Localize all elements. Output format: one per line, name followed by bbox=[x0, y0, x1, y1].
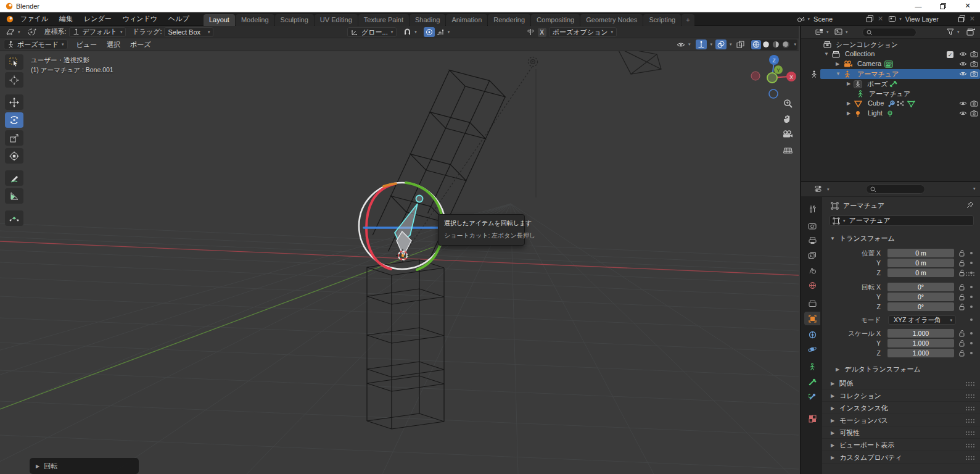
rotation-y-field[interactable]: 0° bbox=[887, 293, 954, 301]
pin-icon[interactable] bbox=[966, 201, 974, 209]
panel-motion-paths[interactable]: ▶ モーションパス bbox=[822, 415, 980, 426]
tab-texture[interactable] bbox=[804, 412, 820, 425]
menu-window[interactable]: ウィンドウ bbox=[117, 12, 163, 25]
mode-dropdown[interactable]: ポーズモード ▾ bbox=[4, 40, 68, 49]
lock-icon[interactable] bbox=[959, 269, 965, 276]
row-label[interactable]: Collection bbox=[845, 50, 875, 57]
render-visibility-icon[interactable] bbox=[970, 100, 978, 107]
scale-y-field[interactable]: 1.000 bbox=[887, 339, 954, 347]
animate-dot[interactable] bbox=[970, 286, 973, 288]
panel-custom-properties[interactable]: ▶ カスタムプロパティ bbox=[822, 452, 980, 464]
expand-triangle-icon[interactable]: ▶ bbox=[847, 110, 850, 116]
row-label[interactable]: シーンコレクション bbox=[836, 40, 898, 49]
location-z-field[interactable]: 0 m bbox=[887, 268, 954, 277]
menu-help[interactable]: ヘルプ bbox=[163, 12, 195, 25]
mirror-x-toggle[interactable]: X bbox=[538, 28, 546, 37]
menu-pose[interactable]: ポーズ bbox=[125, 38, 156, 51]
location-x-field[interactable]: 0 m bbox=[887, 249, 954, 257]
tab-render[interactable] bbox=[804, 219, 820, 233]
panel-grip[interactable] bbox=[965, 406, 975, 411]
shading-material-button[interactable] bbox=[771, 40, 781, 49]
hide-icon[interactable] bbox=[959, 51, 967, 57]
animate-dot[interactable] bbox=[970, 252, 973, 254]
outliner-row-armature[interactable]: ▼ アーマチュア bbox=[801, 69, 980, 79]
lock-icon[interactable] bbox=[959, 259, 965, 267]
operator-panel[interactable]: ▶ 回転 bbox=[30, 458, 139, 474]
ortho-toggle-button[interactable] bbox=[781, 143, 794, 156]
expand-triangle-icon[interactable]: ▶ bbox=[847, 101, 850, 106]
outliner-row-pose[interactable]: ▶ ポーズ bbox=[801, 79, 980, 89]
tool-rotate[interactable] bbox=[5, 112, 23, 128]
axis-neg-x-ball[interactable] bbox=[751, 72, 760, 80]
tab-geometry-nodes[interactable]: Geometry Nodes bbox=[580, 14, 643, 26]
new-collection-button[interactable] bbox=[966, 28, 975, 36]
3d-viewport[interactable]: ポーズモード ▾ ビュー 選択 ポーズ ▾ ▾ ▾ bbox=[0, 38, 799, 474]
tab-scene[interactable] bbox=[804, 264, 820, 277]
properties-editor-type[interactable]: ▾ bbox=[815, 185, 830, 193]
light-object[interactable] bbox=[529, 57, 538, 67]
axis-neg-z-ball[interactable] bbox=[769, 89, 778, 98]
rotation-x-field[interactable]: 0° bbox=[887, 283, 954, 291]
tab-uv-editing[interactable]: UV Editing bbox=[315, 14, 358, 26]
collapse-triangle-icon[interactable]: ▼ bbox=[824, 51, 829, 57]
row-label[interactable]: Camera bbox=[857, 60, 881, 67]
lock-icon[interactable] bbox=[959, 303, 965, 310]
scale-x-field[interactable]: 1.000 bbox=[887, 329, 954, 338]
expand-triangle-icon[interactable]: ▶ bbox=[836, 61, 839, 67]
tool-scale[interactable] bbox=[5, 130, 23, 146]
chevron-down-icon[interactable]: ▾ bbox=[973, 186, 976, 191]
row-label[interactable]: アーマチュア bbox=[869, 89, 910, 99]
camera-view-button[interactable] bbox=[781, 127, 794, 141]
tab-object[interactable] bbox=[804, 312, 820, 325]
overlays-toggle[interactable] bbox=[715, 40, 727, 49]
zoom-button[interactable] bbox=[781, 96, 794, 110]
close-button[interactable]: ✕ bbox=[955, 0, 980, 12]
panel-relations[interactable]: ▶ 関係 bbox=[822, 378, 980, 389]
viewport-scene[interactable] bbox=[0, 38, 799, 474]
cube-tower-wireframe[interactable] bbox=[367, 260, 444, 429]
panel-grip[interactable] bbox=[965, 455, 975, 460]
show-hide-dropdown[interactable]: ▾ bbox=[675, 40, 693, 49]
panel-visibility[interactable]: ▶ 可視性 bbox=[822, 427, 980, 439]
tab-view-layer[interactable] bbox=[804, 249, 820, 262]
editor-type-menu[interactable]: ▾ bbox=[4, 27, 22, 37]
tab-constraints[interactable] bbox=[804, 328, 820, 341]
rotation-z-field[interactable]: 0° bbox=[887, 302, 954, 311]
animate-dot[interactable] bbox=[970, 318, 973, 321]
panel-grip[interactable] bbox=[965, 431, 975, 436]
snap-toggle[interactable]: ▾ bbox=[401, 27, 419, 37]
tool-annotate[interactable] bbox=[5, 170, 23, 186]
location-y-field[interactable]: 0 m bbox=[887, 259, 954, 267]
tool-pose-breakdowner[interactable] bbox=[5, 210, 23, 226]
pan-button[interactable] bbox=[781, 112, 794, 125]
animate-dot[interactable] bbox=[970, 332, 973, 335]
panel-delta-transform[interactable]: ▶ デルタトランスフォーム bbox=[822, 364, 980, 375]
tool-transform[interactable] bbox=[5, 148, 23, 164]
view-layer-name[interactable]: View Layer bbox=[902, 15, 958, 23]
menu-edit[interactable]: 編集 bbox=[54, 12, 78, 25]
tool-measure[interactable] bbox=[5, 188, 23, 204]
tab-world[interactable] bbox=[804, 278, 820, 292]
minimize-button[interactable]: — bbox=[906, 0, 931, 12]
panel-grip[interactable] bbox=[965, 381, 975, 386]
lock-icon[interactable] bbox=[959, 349, 965, 357]
outliner-row-collection[interactable]: ▼ Collection ✓ bbox=[801, 49, 980, 59]
scale-z-field[interactable]: 1.000 bbox=[887, 349, 954, 357]
outliner-display-mode[interactable]: ▾ bbox=[815, 28, 829, 36]
object-name-field[interactable]: ▾ アーマチュア bbox=[830, 215, 974, 226]
add-workspace-button[interactable]: + bbox=[681, 14, 694, 26]
panel-grip[interactable] bbox=[965, 394, 975, 399]
new-view-layer-icon[interactable] bbox=[958, 15, 965, 22]
animate-dot[interactable] bbox=[970, 272, 973, 274]
gizmos-toggle[interactable] bbox=[696, 40, 707, 49]
shading-wireframe-button[interactable] bbox=[751, 40, 761, 49]
render-visibility-icon[interactable] bbox=[970, 110, 978, 117]
lock-icon[interactable] bbox=[959, 330, 965, 337]
outliner-row-camera[interactable]: ▶ Camera bbox=[801, 59, 980, 69]
tab-texture-paint[interactable]: Texture Paint bbox=[358, 14, 409, 26]
lock-icon[interactable] bbox=[959, 249, 965, 257]
outliner-row-cube[interactable]: ▶ Cube bbox=[801, 99, 980, 109]
animate-dot[interactable] bbox=[970, 262, 973, 264]
tab-scripting[interactable]: Scripting bbox=[643, 14, 681, 26]
panel-grip[interactable] bbox=[965, 443, 975, 448]
